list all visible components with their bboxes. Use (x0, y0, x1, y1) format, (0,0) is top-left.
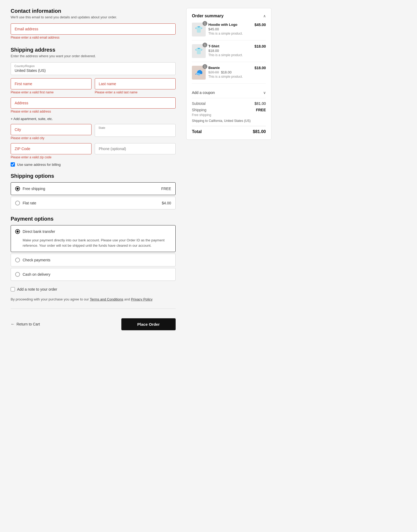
product-qty-beanie: 1 (203, 64, 207, 69)
product-info-hoodie: Hoodie with Logo $45.00 This is a simple… (208, 23, 252, 35)
product-desc-beanie: This is a simple product. (208, 75, 252, 79)
free-shipping-radio[interactable] (15, 186, 20, 191)
bank-transfer-desc: Make your payment directly into our bank… (11, 238, 175, 252)
address-group: Please enter a valid address (11, 97, 176, 113)
shipping-sub: Free shipping (192, 113, 266, 117)
email-group: Please enter a valid email address (11, 23, 176, 39)
subtotal-row: Subtotal $81.00 (192, 101, 266, 106)
first-name-input[interactable] (11, 78, 92, 89)
product-name-hoodie: Hoodie with Logo (208, 23, 252, 27)
cod-label: Cash on delivery (23, 272, 50, 277)
left-column: Contact information We'll use this email… (11, 8, 176, 524)
product-total-tshirt: $18.00 (254, 44, 266, 48)
product-img-wrapper-beanie: 🧢 1 (192, 66, 206, 80)
shipping-options-section: Shipping options Free shipping FREE Flat… (11, 173, 176, 209)
shipping-option-free[interactable]: Free shipping FREE (11, 182, 176, 195)
payment-option-bank[interactable]: Direct bank transfer Make your payment d… (11, 225, 176, 252)
zip-phone-row: Please enter a valid zip code (11, 143, 176, 159)
country-select-wrapper[interactable]: Country/Region United States (US) (11, 62, 176, 75)
shipping-option-flat[interactable]: Flat rate $4.00 (11, 197, 176, 209)
state-input[interactable]: California (95, 124, 176, 137)
product-name-beanie: Beanie (208, 66, 252, 70)
cod-radio[interactable] (15, 272, 20, 277)
add-note-checkbox[interactable] (11, 287, 15, 291)
return-label: Return to Cart (16, 322, 40, 326)
subtotal-value: $81.00 (254, 101, 266, 106)
product-row-tshirt: 👕 1 T-Shirt $18.00 This is a simple prod… (192, 44, 266, 62)
zip-input[interactable] (11, 143, 92, 154)
add-note-label: Add a note to your order (17, 287, 57, 291)
grand-total-row: Total $81.00 (192, 126, 266, 134)
name-row: Please enter a valid first name Please e… (11, 78, 176, 94)
product-price-tshirt: $18.00 (208, 49, 252, 53)
payment-option-cod[interactable]: Cash on delivery (11, 268, 176, 281)
zip-group: Please enter a valid zip code (11, 143, 92, 159)
city-state-row: Please enter a valid city State Californ… (11, 124, 176, 140)
flat-rate-radio[interactable] (15, 201, 20, 205)
order-summary-card: Order summary ∧ 👕 1 Hoodie with Logo $45… (186, 8, 271, 140)
first-name-error: Please enter a valid first name (11, 90, 92, 94)
last-name-error: Please enter a valid last name (95, 90, 176, 94)
same-billing-checkbox[interactable] (11, 162, 15, 167)
check-payments-radio[interactable] (15, 258, 20, 262)
city-group: Please enter a valid city (11, 124, 92, 140)
total-value: $81.00 (253, 129, 266, 134)
return-to-cart-link[interactable]: ← Return to Cart (11, 322, 40, 327)
shipping-address-subtitle: Enter the address where you want your or… (11, 54, 176, 58)
totals-section: Subtotal $81.00 Shipping FREE Free shipp… (192, 101, 266, 134)
address-error: Please enter a valid address (11, 110, 176, 113)
order-summary-title: Order summary (192, 14, 224, 18)
payment-options-title: Payment options (11, 216, 176, 222)
flat-rate-price: $4.00 (162, 201, 171, 205)
country-select[interactable]: United States (US) (11, 62, 176, 75)
product-total-hoodie: $45.00 (254, 23, 266, 27)
payment-option-check[interactable]: Check payments (11, 254, 176, 266)
add-apartment-link[interactable]: + Add apartment, suite, etc. (11, 117, 53, 121)
contact-subtitle: We'll use this email to send you details… (11, 15, 176, 19)
shipping-value: FREE (256, 108, 266, 112)
product-img-wrapper-tshirt: 👕 1 (192, 44, 206, 58)
check-payments-label: Check payments (23, 258, 50, 262)
terms-link[interactable]: Terms and Conditions (90, 297, 123, 301)
same-billing-label: Use same address for billing (17, 163, 61, 167)
order-summary-header: Order summary ∧ (192, 14, 266, 18)
first-name-group: Please enter a valid first name (11, 78, 92, 94)
shipping-note: Shipping to California, United States (U… (192, 119, 266, 123)
phone-input[interactable] (95, 143, 176, 154)
product-price-hoodie: $45.00 (208, 27, 252, 31)
product-desc-tshirt: This is a simple product. (208, 53, 252, 57)
product-price-beanie: $20.00 $18.00 (208, 70, 252, 74)
contact-section: Contact information We'll use this email… (11, 8, 176, 39)
bank-transfer-radio[interactable] (15, 229, 20, 234)
product-desc-hoodie: This is a simple product. (208, 32, 252, 35)
total-label: Total (192, 129, 202, 134)
state-group: State California (95, 124, 176, 140)
last-name-group: Please enter a valid last name (95, 78, 176, 94)
coupon-chevron-icon: ∨ (263, 90, 266, 95)
page-wrapper: Contact information We'll use this email… (0, 0, 417, 532)
subtotal-label: Subtotal (192, 101, 205, 106)
product-sale-price-beanie: $18.00 (221, 70, 232, 74)
footer-buttons: ← Return to Cart Place Order (11, 314, 176, 335)
shipping-options-title: Shipping options (11, 173, 176, 179)
privacy-link[interactable]: Privacy Policy (131, 297, 152, 301)
shipping-address-section: Shipping address Enter the address where… (11, 47, 176, 167)
note-row: Add a note to your order (11, 287, 176, 291)
email-input[interactable] (11, 23, 176, 35)
address-input[interactable] (11, 97, 176, 109)
place-order-button[interactable]: Place Order (121, 318, 176, 330)
city-error: Please enter a valid city (11, 136, 92, 140)
product-img-wrapper-hoodie: 👕 1 (192, 23, 206, 36)
add-coupon-row[interactable]: Add a coupon ∨ (192, 87, 266, 98)
order-summary-chevron-icon[interactable]: ∧ (263, 14, 266, 18)
product-info-beanie: Beanie $20.00 $18.00 This is a simple pr… (208, 66, 252, 79)
bank-transfer-label: Direct bank transfer (23, 229, 55, 234)
shipping-address-title: Shipping address (11, 47, 176, 53)
free-shipping-price: FREE (161, 187, 171, 191)
city-input[interactable] (11, 124, 92, 135)
right-column: Order summary ∧ 👕 1 Hoodie with Logo $45… (186, 8, 271, 524)
country-group: Country/Region United States (US) (11, 62, 176, 75)
last-name-input[interactable] (95, 78, 176, 89)
terms-text: By proceeding with your purchase you agr… (11, 297, 176, 302)
free-shipping-label: Free shipping (23, 187, 45, 191)
